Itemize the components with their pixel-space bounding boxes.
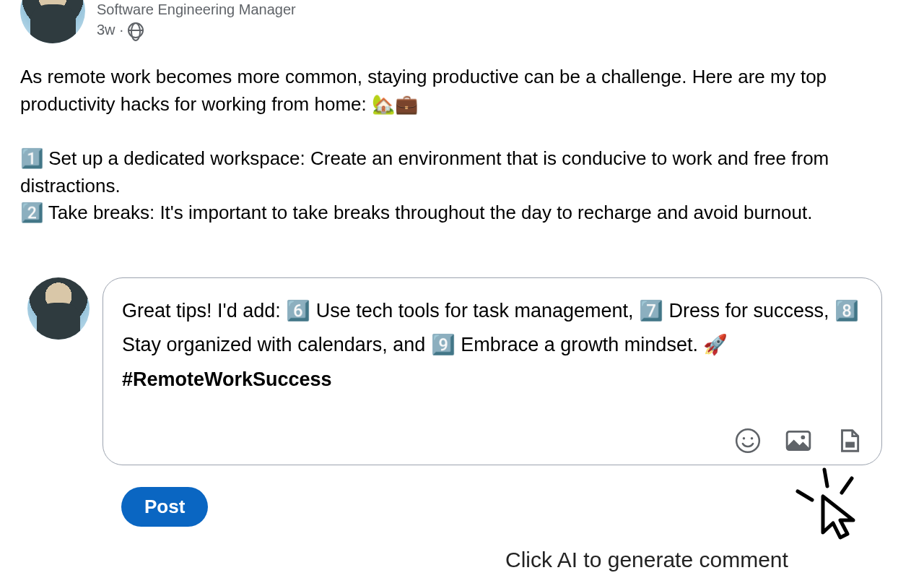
comment-row: Great tips! I'd add: 6️⃣ Use tech tools … [27, 277, 904, 465]
comment-toolbar [122, 427, 863, 454]
svg-point-2 [751, 437, 753, 439]
comment-input[interactable]: Great tips! I'd add: 6️⃣ Use tech tools … [103, 277, 882, 465]
svg-rect-5 [845, 442, 855, 448]
post-meta: 3w · [97, 22, 296, 38]
image-icon[interactable] [785, 427, 812, 454]
post-header: Software Engineering Manager 3w · [20, 0, 904, 43]
post-body: As remote work becomes more common, stay… [20, 64, 904, 227]
globe-icon [128, 22, 144, 38]
emoji-icon[interactable] [734, 427, 762, 454]
callout-text: Click AI to generate comment [505, 548, 788, 572]
post-time: 3w [97, 22, 116, 38]
commenter-avatar[interactable] [27, 277, 90, 340]
svg-line-8 [842, 478, 852, 493]
svg-point-4 [801, 436, 805, 440]
svg-point-0 [736, 429, 759, 452]
meta-separator: · [120, 22, 124, 38]
comment-hashtag: #RemoteWorkSuccess [122, 368, 332, 390]
svg-point-1 [743, 437, 745, 439]
ai-generate-icon[interactable] [835, 427, 863, 454]
author-avatar[interactable] [20, 0, 85, 43]
comment-text-body: Great tips! I'd add: 6️⃣ Use tech tools … [122, 300, 859, 355]
post-button[interactable]: Post [121, 487, 208, 527]
comment-text[interactable]: Great tips! I'd add: 6️⃣ Use tech tools … [122, 294, 863, 397]
svg-line-6 [798, 491, 812, 500]
svg-line-7 [824, 470, 827, 486]
cursor-annotation-icon [787, 462, 873, 542]
author-headline: Software Engineering Manager [97, 0, 296, 19]
